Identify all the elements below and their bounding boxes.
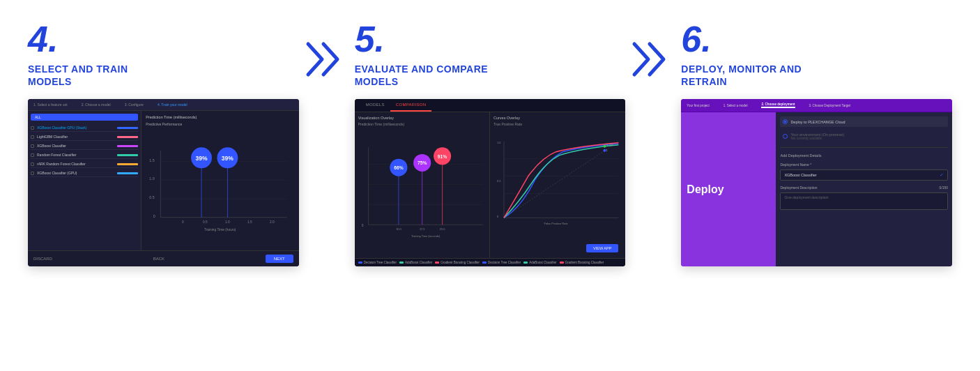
svg-text:Training Time (seconds): Training Time (seconds) [411, 235, 441, 238]
svg-text:17.5: 17.5 [420, 228, 424, 231]
ss4-checkbox-4[interactable] [31, 153, 34, 157]
ss6-char-count: 0/150 [940, 186, 949, 190]
ss4-model-name-2: LightGBM Classifier [37, 135, 114, 139]
svg-text:91%: 91% [438, 154, 447, 159]
ss4-bar-4 [117, 154, 138, 156]
svg-text:0.739: 0.739 [606, 143, 613, 146]
ss5-tab-models[interactable]: MODELS [360, 99, 390, 112]
ss5-legend: Decision Tree Classifier AdaBoost Classi… [355, 258, 626, 266]
ss4-model-row-3: XGBoost Classifier [31, 142, 138, 150]
ss4-bar-2 [117, 136, 138, 138]
svg-text:1: 1 [606, 149, 608, 152]
ss5-legend-label-2: AdaBoost Classifier [405, 261, 432, 264]
ss4-checkbox-1[interactable] [31, 126, 34, 130]
svg-text:0: 0 [182, 221, 184, 225]
ss4-discard-button[interactable]: DISCARD [33, 257, 52, 261]
ss4-checkbox-3[interactable] [31, 144, 34, 148]
screenshot-6: Your first project 1. Select a model 2. … [681, 99, 952, 266]
ss5-left-title: Visualization Overlay [358, 116, 486, 120]
ss6-step3-label: 3. Choose Deployment Target [809, 104, 850, 107]
ss6-radio-onprem[interactable] [783, 134, 788, 139]
ss5-legend-dot-1 [358, 262, 362, 264]
svg-text:2.0: 2.0 [270, 221, 275, 225]
ss4-chart-title: Prediction Time (milliseconds) [146, 115, 294, 119]
ss5-legend-item-6: Gradient Boosting Classifier [560, 261, 604, 264]
ss4-checkbox-6[interactable] [31, 172, 34, 175]
ss6-header: Your first project 1. Select a model 2. … [681, 99, 952, 112]
ss6-name-input[interactable]: XGBoost Classifier ✓ [780, 169, 948, 181]
ss4-model-row-5: rARK Random Forest Classifier [31, 160, 138, 168]
ss4-bar-5 [117, 163, 138, 165]
step-6-number: 6. [681, 21, 711, 57]
svg-text:1.5: 1.5 [247, 221, 252, 225]
chevron-arrow-2 [629, 38, 677, 80]
svg-text:1.0: 1.0 [150, 177, 155, 181]
ss4-checkbox-5[interactable] [31, 162, 34, 166]
ss6-desc-textarea[interactable]: Give deployment description [780, 192, 948, 210]
arrow-2 [625, 21, 681, 80]
ss4-all-button[interactable]: ALL [31, 114, 138, 121]
ss5-legend-label-6: Gradient Boosting Classifier [565, 261, 604, 264]
ss6-option-onprem[interactable]: Your environment (On-premise) Not curren… [780, 130, 948, 143]
ss5-legend-label-5: AdaBoost Classifier [529, 261, 556, 264]
ss4-header: 1. Select a feature set 2. Choose a mode… [28, 99, 299, 111]
ss5-tab-comparison[interactable]: COMPARISON [390, 99, 432, 112]
steps-container: 4. SELECT AND TRAIN MODELS 1. Select a f… [28, 21, 952, 266]
ss5-legend-dot-4 [482, 262, 487, 264]
ss5-right-panel: Curves Overlay True Positive Rate [490, 112, 625, 258]
svg-text:0: 0 [153, 214, 155, 218]
ss5-left-chart: 0 66% 75% 91% [358, 128, 486, 255]
ss4-model-name-4: Random Forest Classifier [37, 153, 114, 157]
svg-text:39%: 39% [222, 155, 233, 162]
svg-text:0.5: 0.5 [497, 179, 501, 183]
ss6-right-panel: Deploy to PLEXCHANGE Cloud Your environm… [776, 112, 952, 266]
ss5-legend-label-1: Decision Tree Classifier [364, 261, 397, 264]
ss6-option-onprem-labels: Your environment (On-premise) Not curren… [790, 132, 844, 140]
svg-text:0.5: 0.5 [203, 221, 208, 225]
step-4-number: 4. [28, 21, 58, 57]
svg-text:1.5: 1.5 [150, 158, 155, 162]
ss6-desc-label-row: Deployment Description 0/150 [780, 186, 948, 190]
ss5-view-app-container: VIEW APP [493, 242, 622, 255]
ss5-legend-item-5: AdaBoost Classifier [523, 261, 556, 264]
ss5-tabs: MODELS COMPARISON [355, 99, 626, 112]
ss5-legend-dot-2 [399, 262, 404, 264]
ss5-legend-item-2: AdaBoost Classifier [399, 261, 432, 264]
svg-text:Training Time (hours): Training Time (hours) [204, 228, 236, 232]
ss6-option-cloud-label: Deploy to PLEXCHANGE Cloud [790, 120, 845, 124]
ss6-desc-label: Deployment Description [780, 186, 817, 190]
ss6-section-title: Add Deployment Details [780, 153, 948, 158]
ss4-bar-1 [117, 127, 138, 129]
ss6-step2-label: 2. Choose deployment [761, 103, 795, 108]
ss6-desc-placeholder: Give deployment description [784, 195, 944, 199]
ss4-step3: 3. Configure [125, 103, 144, 107]
ss5-view-app-button[interactable]: VIEW APP [586, 244, 618, 252]
ss5-right-chart: 0 0.5 1.0 0.739 1 False Positive Rate [493, 128, 622, 242]
ss4-step1: 1. Select a feature set [33, 103, 68, 107]
svg-text:75%: 75% [418, 161, 427, 166]
ss4-model-name-5: rARK Random Forest Classifier [37, 162, 114, 166]
ss4-model-row-2: LightGBM Classifier [31, 133, 138, 141]
ss4-chart-subtitle: Predictive Performance [146, 122, 294, 126]
ss4-checkbox-2[interactable] [31, 135, 34, 139]
ss6-option-onprem-sublabel: Not currently available [790, 137, 844, 140]
ss6-step1-label: 1. Select a model [723, 104, 748, 107]
ss5-right-subtitle: True Positive Rate [493, 122, 622, 126]
ss4-footer: DISCARD BACK NEXT [28, 250, 299, 266]
ss4-back-button[interactable]: BACK [153, 257, 164, 261]
step-5-title: EVALUATE AND COMPARE MODELS [355, 63, 494, 88]
ss4-step4: 4. Train your model [158, 103, 187, 107]
svg-text:0: 0 [497, 215, 499, 219]
ss4-bar-6 [117, 172, 138, 174]
ss6-divider [780, 147, 948, 148]
ss6-radio-cloud[interactable] [783, 119, 788, 124]
ss6-option-cloud[interactable]: Deploy to PLEXCHANGE Cloud [780, 116, 948, 127]
ss6-left-panel: Deploy [681, 112, 776, 266]
ss4-next-button[interactable]: NEXT [266, 255, 293, 263]
ss6-check-icon: ✓ [940, 172, 944, 178]
ss4-body: ALL XGBoost Classifier GPU (Stack) Light… [28, 111, 299, 250]
ss6-name-label: Deployment Name * [780, 162, 948, 167]
ss6-deploy-title: Deploy [687, 183, 770, 196]
ss4-model-name-1: XGBoost Classifier GPU (Stack) [37, 126, 114, 130]
ss5-right-chart-svg: 0 0.5 1.0 0.739 1 False Positive Rate [493, 128, 622, 242]
